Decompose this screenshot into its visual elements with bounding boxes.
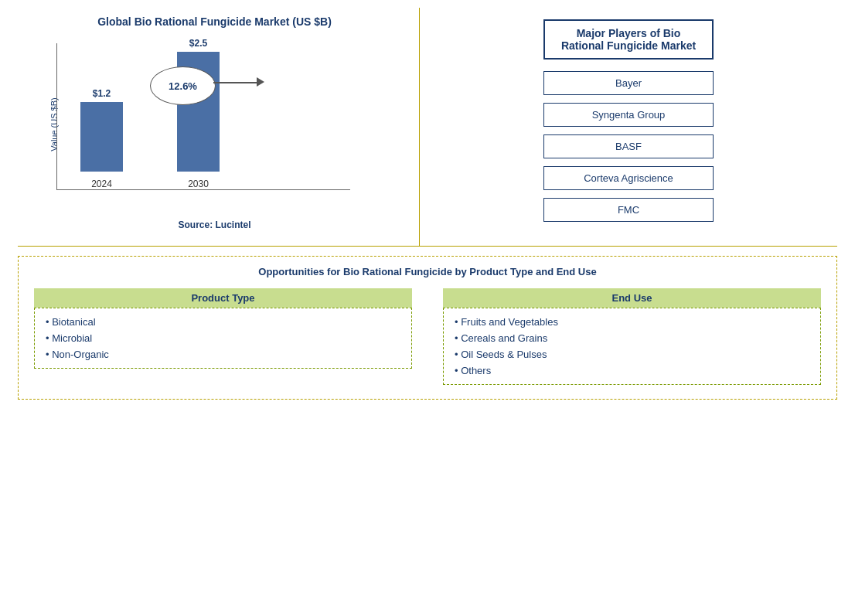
bar-value-2030: $2.5 xyxy=(189,38,207,49)
product-item-1: • Microbial xyxy=(46,332,400,344)
bar-value-2024: $1.2 xyxy=(93,88,111,99)
end-use-item-0: • Fruits and Vegetables xyxy=(455,316,809,328)
bar-2024 xyxy=(80,102,123,172)
arrow-line xyxy=(213,82,260,83)
chart-area: Value (US $B) 12.6% $1.2 2024 xyxy=(26,36,404,213)
source-text: Source: Lucintel xyxy=(26,220,404,230)
end-use-item-2: • Oil Seeds & Pulses xyxy=(455,349,809,360)
top-section: Global Bio Rational Fungicide Market (US… xyxy=(18,8,837,247)
bottom-section: Opportunities for Bio Rational Fungicide… xyxy=(18,256,837,400)
players-section: Major Players of Bio Rational Fungicide … xyxy=(420,8,837,246)
end-use-items: • Fruits and Vegetables • Cereals and Gr… xyxy=(443,308,821,385)
end-use-item-1: • Cereals and Grains xyxy=(455,332,809,344)
end-use-item-3: • Others xyxy=(455,365,809,376)
arrow-head xyxy=(257,77,264,87)
bar-group-2024: $1.2 2024 xyxy=(80,88,123,189)
product-type-header: Product Type xyxy=(34,288,412,308)
product-item-0: • Biotanical xyxy=(46,316,400,328)
player-basf: BASF xyxy=(543,134,714,158)
cagr-bubble: 12.6% xyxy=(150,66,216,105)
player-fmc: FMC xyxy=(543,198,714,222)
player-corteva: Corteva Agriscience xyxy=(543,166,714,190)
product-type-items: • Biotanical • Microbial • Non-Organic xyxy=(34,308,412,369)
bar-label-2030: 2030 xyxy=(188,179,209,189)
bar-label-2024: 2024 xyxy=(91,179,112,189)
end-use-col: End Use • Fruits and Vegetables • Cereal… xyxy=(443,288,821,385)
bottom-columns: Product Type • Biotanical • Microbial • … xyxy=(34,288,821,385)
end-use-header: End Use xyxy=(443,288,821,308)
product-item-2: • Non-Organic xyxy=(46,349,400,360)
bars-container: 12.6% $1.2 2024 $2.5 2030 xyxy=(56,43,350,190)
cagr-value: 12.6% xyxy=(169,80,197,92)
players-title: Major Players of Bio Rational Fungicide … xyxy=(543,19,714,60)
main-container: Global Bio Rational Fungicide Market (US… xyxy=(18,8,837,400)
chart-title: Global Bio Rational Fungicide Market (US… xyxy=(26,15,404,28)
chart-section: Global Bio Rational Fungicide Market (US… xyxy=(18,8,420,246)
product-type-col: Product Type • Biotanical • Microbial • … xyxy=(34,288,412,385)
opportunities-title: Opportunities for Bio Rational Fungicide… xyxy=(34,266,821,277)
bar-group-2030: $2.5 2030 xyxy=(177,38,220,189)
player-bayer: Bayer xyxy=(543,71,714,95)
player-syngenta: Syngenta Group xyxy=(543,103,714,127)
